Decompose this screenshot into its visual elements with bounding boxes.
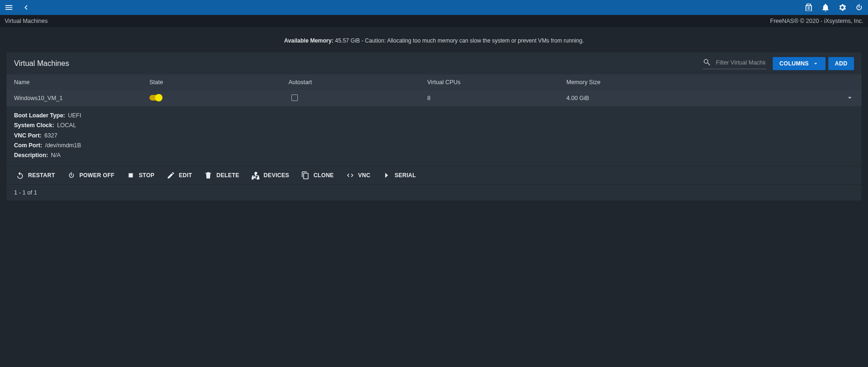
poweroff-button[interactable]: POWER OFF — [67, 171, 114, 180]
notifications-icon[interactable] — [820, 2, 831, 13]
poweroff-icon — [67, 171, 76, 180]
clone-button[interactable]: CLONE — [301, 171, 334, 180]
vnc-label: VNC — [358, 172, 370, 179]
panel-title: Virtual Machines — [14, 59, 703, 68]
breadcrumb: Virtual Machines — [5, 18, 48, 24]
col-header-autostart[interactable]: Autostart — [289, 79, 427, 86]
clone-label: CLONE — [313, 172, 334, 179]
stop-button[interactable]: STOP — [127, 171, 155, 180]
poweroff-label: POWER OFF — [79, 172, 114, 179]
power-icon[interactable] — [854, 2, 864, 13]
detail-bootloader-label: Boot Loader Type: — [14, 112, 65, 119]
columns-button-label: COLUMNS — [779, 60, 809, 67]
restart-icon — [16, 171, 24, 180]
row-mem: 4.00 GiB — [566, 95, 840, 101]
gear-icon[interactable] — [837, 2, 847, 13]
vnc-button[interactable]: VNC — [346, 171, 370, 180]
detail-description-label: Description: — [14, 152, 48, 158]
devices-button[interactable]: DEVICES — [252, 171, 289, 180]
memory-warning-text: 45.57 GiB - Caution: Allocating too much… — [333, 37, 584, 44]
detail-comport-label: Com Port: — [14, 142, 42, 149]
state-toggle[interactable] — [149, 95, 162, 101]
pager: 1 - 1 of 1 — [7, 185, 861, 201]
delete-label: DELETE — [216, 172, 239, 179]
detail-sysclock-label: System Clock: — [14, 122, 54, 129]
restart-label: RESTART — [28, 172, 55, 179]
vnc-icon — [346, 171, 354, 180]
detail-comport-val: /dev/nmdm1B — [45, 142, 81, 149]
detail-sysclock-val: LOCAL — [57, 122, 76, 129]
top-toolbar — [0, 0, 868, 15]
add-button-label: ADD — [835, 60, 847, 67]
vm-panel: Virtual Machines COLUMNS ADD Name State … — [7, 52, 861, 201]
edit-button[interactable]: EDIT — [167, 171, 192, 180]
breadcrumb-bar: Virtual Machines FreeNAS® © 2020 - iXsys… — [0, 15, 868, 27]
serial-label: SERIAL — [395, 172, 416, 179]
serial-icon — [382, 171, 391, 180]
columns-button[interactable]: COLUMNS — [773, 57, 826, 70]
add-button[interactable]: ADD — [828, 57, 854, 70]
expand-row-button[interactable] — [840, 94, 854, 103]
copyright-text: FreeNAS® © 2020 - iXsystems, Inc. — [770, 18, 863, 24]
col-header-mem[interactable]: Memory Size — [566, 79, 840, 86]
search-icon — [703, 58, 711, 68]
table-row[interactable]: Windows10_VM_1 8 4.00 GiB — [7, 90, 861, 106]
col-header-vcpu[interactable]: Virtual CPUs — [427, 79, 566, 86]
devices-icon — [252, 171, 260, 180]
detail-vncport-label: VNC Port: — [14, 132, 42, 139]
row-vcpu: 8 — [427, 95, 566, 101]
search-input[interactable] — [715, 59, 766, 66]
stop-icon — [127, 171, 135, 180]
autostart-checkbox[interactable] — [291, 94, 298, 101]
back-icon[interactable] — [21, 2, 31, 13]
col-header-state[interactable]: State — [149, 79, 289, 86]
row-name: Windows10_VM_1 — [14, 95, 149, 101]
clipboard-icon[interactable] — [804, 2, 814, 13]
memory-warning-label: Available Memory: — [284, 37, 334, 44]
detail-vncport-val: 6327 — [44, 132, 57, 139]
menu-icon[interactable] — [4, 2, 14, 13]
search-wrap — [703, 58, 766, 69]
row-details: Boot Loader Type:UEFI System Clock:LOCAL… — [7, 106, 861, 166]
stop-label: STOP — [139, 172, 155, 179]
serial-button[interactable]: SERIAL — [382, 171, 416, 180]
chevron-down-icon — [812, 60, 819, 67]
table-header: Name State Autostart Virtual CPUs Memory… — [7, 74, 861, 90]
delete-button[interactable]: DELETE — [204, 171, 239, 180]
clone-icon — [301, 171, 310, 180]
panel-header: Virtual Machines COLUMNS ADD — [7, 52, 861, 74]
detail-bootloader-val: UEFI — [68, 112, 81, 119]
detail-description-val: N/A — [51, 152, 61, 158]
devices-label: DEVICES — [264, 172, 289, 179]
memory-warning: Available Memory: 45.57 GiB - Caution: A… — [7, 34, 861, 52]
edit-label: EDIT — [179, 172, 192, 179]
restart-button[interactable]: RESTART — [16, 171, 55, 180]
col-header-name[interactable]: Name — [14, 79, 149, 86]
delete-icon — [204, 171, 212, 180]
edit-icon — [167, 171, 175, 180]
action-bar: RESTART POWER OFF STOP EDIT DELETE DEVIC… — [7, 166, 861, 185]
